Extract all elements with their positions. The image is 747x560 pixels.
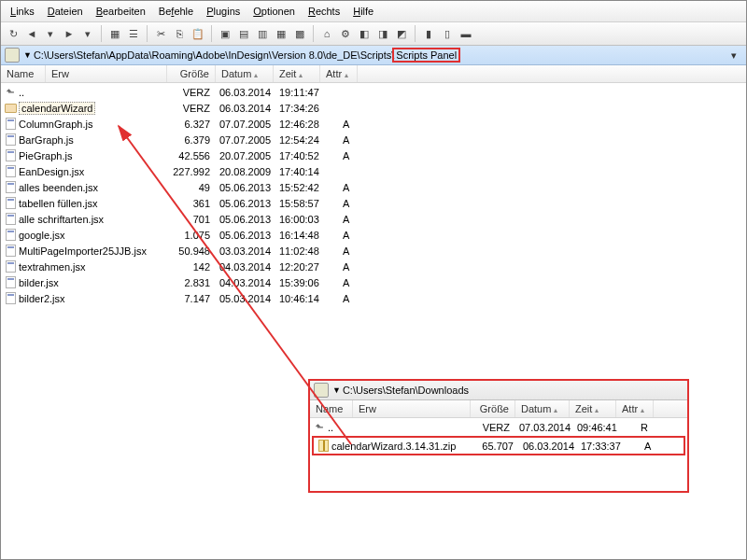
dropdown-icon[interactable]: ▼ bbox=[332, 385, 341, 395]
file-name: BarGraph.js bbox=[19, 134, 74, 146]
cell-time: 11:02:48 bbox=[277, 245, 330, 257]
drive-icon bbox=[5, 48, 20, 63]
file-row[interactable]: BarGraph.js6.37907.07.200512:54:24A bbox=[1, 132, 746, 147]
col-date[interactable]: Datum ▴ bbox=[216, 65, 274, 82]
cell-time: 16:00:03 bbox=[277, 214, 330, 225]
copy-icon[interactable]: ⎘ bbox=[171, 25, 188, 42]
cell-size: 65.707 bbox=[474, 441, 519, 452]
file-name: calendarWizard bbox=[19, 102, 95, 115]
menu-rechts[interactable]: Rechts bbox=[303, 3, 345, 20]
up-row[interactable]: ⬑.. VERZ 06.03.2014 19:11:47 bbox=[1, 84, 746, 100]
file-name: PieGraph.js bbox=[19, 150, 72, 161]
menu-optionen[interactable]: Optionen bbox=[247, 3, 301, 20]
cell-time: 17:40:14 bbox=[277, 166, 330, 177]
tree-icon[interactable]: ☰ bbox=[125, 25, 142, 42]
menu-hilfe[interactable]: Hilfe bbox=[347, 3, 379, 20]
script-file-icon bbox=[4, 118, 17, 131]
cell-attr: A bbox=[330, 134, 363, 146]
menu-befehle[interactable]: Befehle bbox=[153, 3, 199, 20]
script-file-icon bbox=[4, 197, 17, 210]
dropdown2-icon[interactable]: ▾ bbox=[79, 25, 96, 42]
col-attr[interactable]: Attr ▴ bbox=[616, 400, 654, 417]
cell-size: 6.327 bbox=[167, 119, 216, 130]
file-name: bilder2.jsx bbox=[19, 293, 65, 304]
refresh-icon[interactable]: ↻ bbox=[5, 25, 21, 42]
cell-attr: A bbox=[330, 293, 363, 304]
folder-icon bbox=[4, 102, 17, 115]
tb-icon-2[interactable]: ▤ bbox=[235, 25, 252, 42]
script-file-icon bbox=[4, 165, 17, 178]
cell-time: 12:20:27 bbox=[277, 261, 330, 273]
file-row[interactable]: calendarWizardVERZ06.03.201417:34:26 bbox=[1, 100, 746, 116]
col-erw[interactable]: Erw bbox=[353, 400, 471, 417]
path-dropdown-icon[interactable]: ▾ bbox=[726, 49, 742, 62]
cell-date: 07.07.2005 bbox=[216, 134, 277, 146]
file-row[interactable]: tabellen füllen.jsx36105.06.201315:58:57… bbox=[1, 195, 746, 211]
col-name[interactable]: Name bbox=[1, 65, 46, 82]
file-row[interactable]: PieGraph.js42.55620.07.200517:40:52A bbox=[1, 147, 746, 163]
cell-date: 04.03.2014 bbox=[216, 277, 277, 288]
menu-bearbeiten[interactable]: Bearbeiten bbox=[91, 3, 151, 20]
file-row[interactable]: ColumnGraph.js6.32707.07.200512:46:28A bbox=[1, 116, 746, 132]
tb-icon-8[interactable]: ◧ bbox=[356, 25, 373, 42]
file-row[interactable]: bilder2.jsx7.14705.03.201410:46:14A bbox=[1, 290, 746, 306]
col-attr[interactable]: Attr ▴ bbox=[320, 65, 358, 82]
file-row[interactable]: alle schriftarten.jsx70105.06.201316:00:… bbox=[1, 211, 746, 227]
dropdown-icon[interactable]: ▾ bbox=[42, 25, 59, 42]
file-name: bilder.jsx bbox=[19, 277, 59, 288]
menu-plugins[interactable]: Plugins bbox=[201, 3, 246, 20]
main-path-text: C:\Users\Stefan\AppData\Roaming\Adobe\In… bbox=[34, 48, 726, 63]
col-time[interactable]: Zeit ▴ bbox=[274, 65, 320, 82]
menu-links[interactable]: Links bbox=[5, 3, 40, 20]
cell-time: 15:39:06 bbox=[277, 277, 330, 288]
tb-icon-11[interactable]: ▮ bbox=[420, 25, 437, 42]
second-path-bar[interactable]: ▼ C:\Users\Stefan\Downloads bbox=[310, 381, 687, 400]
tb-icon-7[interactable]: ⚙ bbox=[337, 25, 354, 42]
script-file-icon bbox=[4, 213, 17, 226]
file-row[interactable]: textrahmen.jsx14204.03.201412:20:27A bbox=[1, 259, 746, 274]
tb-icon-3[interactable]: ▥ bbox=[254, 25, 271, 42]
up-row[interactable]: ⬑.. VERZ 07.03.2014 09:46:41 R bbox=[310, 419, 687, 435]
back-icon[interactable]: ◄ bbox=[23, 25, 40, 42]
cell-size: 6.379 bbox=[167, 134, 216, 146]
col-name[interactable]: Name bbox=[310, 400, 353, 417]
script-file-icon bbox=[4, 292, 17, 305]
main-path-bar[interactable]: ▼ C:\Users\Stefan\AppData\Roaming\Adobe\… bbox=[1, 46, 746, 65]
tb-icon-13[interactable]: ▬ bbox=[458, 25, 474, 42]
tb-icon-4[interactable]: ▦ bbox=[273, 25, 289, 42]
tb-icon-12[interactable]: ▯ bbox=[439, 25, 456, 42]
tb-icon-5[interactable]: ▩ bbox=[291, 25, 308, 42]
file-row[interactable]: EanDesign.jsx227.99220.08.200917:40:14 bbox=[1, 163, 746, 179]
cell-attr: A bbox=[631, 441, 669, 452]
cell-size: 2.831 bbox=[167, 277, 216, 288]
paste-icon[interactable]: 📋 bbox=[190, 25, 206, 42]
cell-date: 03.03.2014 bbox=[216, 245, 277, 257]
forward-icon[interactable]: ► bbox=[61, 25, 78, 42]
views-icon[interactable]: ▦ bbox=[106, 25, 123, 42]
file-name: calendarWizard.3.14.31.zip bbox=[331, 441, 456, 452]
script-file-icon bbox=[4, 181, 17, 194]
cell-date: 04.03.2014 bbox=[216, 261, 277, 273]
col-size[interactable]: Größe bbox=[167, 65, 216, 82]
drive-icon bbox=[314, 383, 329, 398]
cell-time: 10:46:14 bbox=[277, 293, 330, 304]
col-time[interactable]: Zeit ▴ bbox=[570, 400, 616, 417]
tb-icon-1[interactable]: ▣ bbox=[217, 25, 233, 42]
cell-attr: A bbox=[330, 198, 363, 209]
tb-icon-9[interactable]: ◨ bbox=[374, 25, 391, 42]
dropdown-icon[interactable]: ▼ bbox=[23, 50, 32, 60]
file-row[interactable]: alles beenden.jsx4905.06.201315:52:42A bbox=[1, 179, 746, 195]
file-row[interactable]: google.jsx1.07505.06.201316:14:48A bbox=[1, 227, 746, 243]
file-name: alle schriftarten.jsx bbox=[19, 214, 104, 225]
script-file-icon bbox=[4, 229, 17, 242]
col-erw[interactable]: Erw bbox=[46, 65, 167, 82]
tb-icon-10[interactable]: ◩ bbox=[393, 25, 410, 42]
col-date[interactable]: Datum ▴ bbox=[515, 400, 570, 417]
tb-icon-6[interactable]: ⌂ bbox=[318, 25, 335, 42]
col-size[interactable]: Größe bbox=[471, 400, 515, 417]
file-row[interactable]: MultiPageImporter25JJB.jsx50.94803.03.20… bbox=[1, 243, 746, 259]
file-row[interactable]: calendarWizard.3.14.31.zip65.70706.03.20… bbox=[314, 438, 684, 454]
file-row[interactable]: bilder.jsx2.83104.03.201415:39:06A bbox=[1, 274, 746, 290]
cut-icon[interactable]: ✂ bbox=[152, 25, 169, 42]
menu-dateien[interactable]: Dateien bbox=[42, 3, 89, 20]
